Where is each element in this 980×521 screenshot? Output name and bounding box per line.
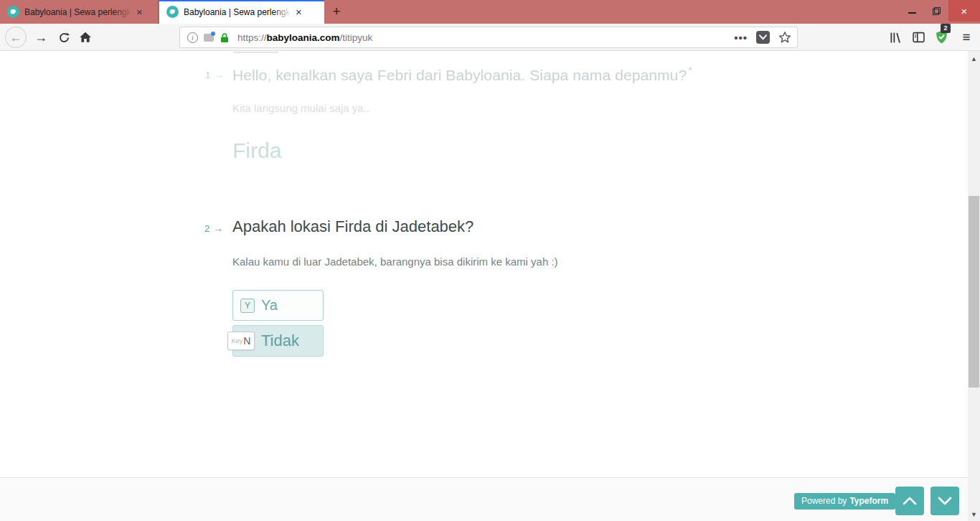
home-icon <box>79 31 92 44</box>
https-lock-icon <box>220 32 230 43</box>
url-text: https://babyloania.com/titipyuk <box>237 32 734 43</box>
close-icon: × <box>961 5 968 17</box>
url-scheme: https:// <box>237 32 267 43</box>
tab-title: Babyloania | Sewa perlengkapa <box>24 7 132 17</box>
url-bar[interactable]: i https://babyloania.com/titipyuk ••• <box>179 27 798 48</box>
forward-icon: → <box>34 30 47 45</box>
back-button[interactable]: ← <box>5 27 27 48</box>
security-addon-button[interactable]: 2 <box>930 27 952 48</box>
question-number: 2 <box>204 223 209 234</box>
question-2-subtitle: Kalau kamu di luar Jadetabek, barangnya … <box>232 255 558 268</box>
window-restore-button[interactable] <box>924 0 948 22</box>
restore-icon <box>933 7 941 15</box>
url-path: /titipyuk <box>340 32 373 43</box>
active-tab-indicator <box>159 0 324 1</box>
question-1-title: Hello, kenalkan saya Febri dari Babyloan… <box>232 65 692 84</box>
question-number: 1 <box>205 70 210 80</box>
minimize-icon <box>908 12 916 14</box>
arrow-right-icon: → <box>213 222 223 234</box>
key-shortcut-badge: Y <box>240 299 255 313</box>
page-actions-icon[interactable]: ••• <box>734 32 748 44</box>
tab-close-icon[interactable]: × <box>296 6 302 17</box>
menu-button[interactable]: ≡ <box>956 27 977 48</box>
name-answer-input[interactable]: Firda <box>232 139 281 163</box>
library-icon <box>890 32 902 44</box>
reload-button[interactable] <box>53 27 75 48</box>
required-asterisk: * <box>688 65 692 76</box>
scrolled-element-fragment <box>233 52 278 53</box>
form-footer: Powered byTypeform <box>0 478 968 521</box>
window-minimize-button[interactable] <box>900 0 924 22</box>
sidebar-button[interactable] <box>908 27 929 48</box>
option-label: Ya <box>261 297 278 314</box>
bookmark-star-icon[interactable] <box>778 31 791 44</box>
page-content: 1 → Hello, kenalkan saya Febri dari Baby… <box>0 51 968 521</box>
hamburger-icon: ≡ <box>962 29 970 45</box>
key-hint-prefix: Key <box>232 337 243 344</box>
library-button[interactable] <box>885 27 906 48</box>
tab-title-fade <box>113 7 132 17</box>
powered-by-typeform-badge[interactable]: Powered byTypeform <box>794 493 895 510</box>
option-ya-button[interactable]: Y Ya <box>232 290 324 321</box>
chevron-up-icon <box>903 497 917 505</box>
question-2-marker: 2 → <box>204 222 223 234</box>
question-2-title: Apakah lokasi Firda di Jadetabek? <box>232 217 473 236</box>
previous-question-button[interactable] <box>895 487 924 515</box>
question-1-marker: 1 → <box>205 69 224 80</box>
pocket-icon[interactable] <box>756 31 770 44</box>
extension-icon[interactable] <box>204 34 214 42</box>
window-close-button[interactable]: × <box>948 0 980 22</box>
extension-notification-dot <box>211 32 215 36</box>
titlebar: Babyloania | Sewa perlengkapa × Babyloan… <box>0 0 980 24</box>
sidebar-icon <box>913 32 925 43</box>
forward-button[interactable]: → <box>30 27 52 48</box>
tab-title: Babyloania | Sewa perlengkapa <box>184 7 291 17</box>
back-icon: ← <box>9 30 22 45</box>
tab-babyloania-2-active[interactable]: Babyloania | Sewa perlengkapa × <box>159 0 324 24</box>
question-1-subtitle: Kita langsung mulai saja ya.. <box>232 102 369 114</box>
tab-close-icon[interactable]: × <box>136 6 143 17</box>
home-button[interactable] <box>75 27 96 48</box>
next-question-button[interactable] <box>930 487 959 515</box>
chevron-down-icon <box>938 497 952 505</box>
reload-icon <box>58 32 70 44</box>
scrollbar-up-arrow[interactable]: ▲ <box>968 52 980 65</box>
url-host: babyloania.com <box>267 32 340 43</box>
site-info-icon[interactable]: i <box>187 32 198 43</box>
browser-window: Babyloania | Sewa perlengkapa × Babyloan… <box>0 0 980 521</box>
addon-badge: 2 <box>941 24 951 33</box>
babyloania-favicon <box>7 6 19 18</box>
key-hint-key: N <box>243 335 250 347</box>
babyloania-favicon <box>166 6 179 18</box>
key-hint-tooltip: Key N <box>227 332 255 350</box>
vertical-scrollbar[interactable]: ▲ ▼ <box>968 51 980 521</box>
tab-babyloania-1[interactable]: Babyloania | Sewa perlengkapa × <box>0 0 159 24</box>
scrollbar-down-arrow[interactable]: ▼ <box>968 508 980 520</box>
scrollbar-thumb[interactable] <box>969 196 979 388</box>
tab-title-fade <box>273 7 291 17</box>
option-label: Tidak <box>261 332 299 350</box>
arrow-right-icon: → <box>214 69 224 80</box>
new-tab-button[interactable]: + <box>327 2 346 21</box>
